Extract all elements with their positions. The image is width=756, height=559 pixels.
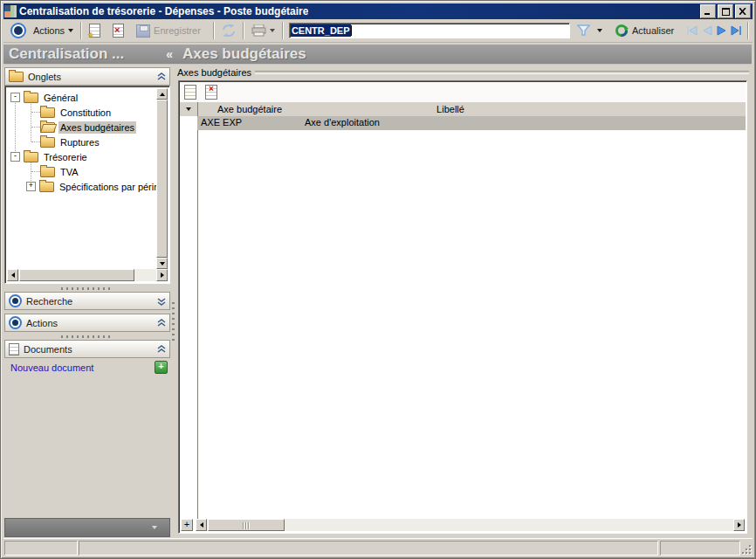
column-header-libelle[interactable]: Libellé [302,102,599,116]
tree-node-specifications[interactable]: + Spécifications par périmètre [26,179,156,194]
tree-collapse-icon[interactable]: - [10,152,20,162]
tree-node-general[interactable]: - Général [10,90,79,105]
folder-icon [40,107,55,118]
tree-node-constitution[interactable]: Constitution [40,105,113,120]
sidebar: Centralisation ... « Onglets - [3,42,174,540]
grid-horizontal-scrollbar[interactable] [196,519,745,531]
status-panel-left [4,541,78,556]
scrollbar-thumb[interactable] [19,269,134,281]
scroll-right-button[interactable] [733,519,745,531]
maximize-button[interactable] [718,4,733,18]
panel-recherche-header[interactable]: Recherche [4,292,170,310]
groupbox-label: Axes budgétaires [177,67,251,78]
main-content: Axes budgétaires Axes budgétaires × Axe … [175,42,753,538]
tree-vertical-scrollbar[interactable] [156,88,168,269]
sidebar-caption: Centralisation ... « [3,45,176,65]
close-button[interactable] [735,4,751,18]
text-caret [351,25,352,36]
document-icon [9,343,19,355]
save-label: Enregistrer [154,25,201,36]
first-record-button[interactable] [684,24,699,38]
chevron-double-up-icon[interactable] [157,72,166,81]
splitter-handle[interactable] [61,335,112,338]
target-icon [9,316,22,329]
tree-collapse-icon[interactable]: - [10,93,20,102]
tree-node-tresorerie[interactable]: - Trésorerie [10,149,89,164]
sidebar-caption-title: Centralisation ... [9,45,124,63]
resize-grip[interactable] [740,543,751,554]
toolbar-separator [747,22,749,39]
star-icon: ★ [87,31,94,39]
filter-button[interactable] [574,23,594,38]
print-button[interactable] [248,23,278,38]
grid-new-row-button[interactable] [184,85,196,100]
actions-dropdown-button[interactable]: Actions [30,24,77,38]
new-document-link[interactable]: Nouveau document [10,362,93,373]
folder-icon [9,72,24,82]
table-row[interactable]: AXE EXP Axe d'exploitation [180,116,746,130]
previous-record-button[interactable] [699,24,714,38]
panel-onglets-label: Onglets [28,72,61,82]
panel-documents-header[interactable]: Documents [4,340,170,358]
delete-document-icon: × [113,24,124,38]
scroll-left-button[interactable] [196,519,207,531]
save-button[interactable]: Enregistrer [133,23,204,39]
sync-icon [222,24,236,37]
next-record-button[interactable] [714,24,729,38]
tree-horizontal-scrollbar[interactable] [7,269,168,281]
tree-node-ruptures[interactable]: Ruptures [40,135,101,149]
red-x-icon: × [114,24,120,35]
scroll-right-button[interactable] [156,269,168,281]
red-x-icon: × [209,84,214,94]
input-selected-text: CENTR_DEP [291,24,351,37]
chevron-double-up-icon[interactable] [157,345,166,354]
selector-arrow-icon [186,107,191,111]
row-selector-header[interactable] [180,102,197,116]
refresh-data-button[interactable] [218,23,239,38]
chevron-double-down-icon[interactable] [157,297,166,306]
poste-budgetaire-input[interactable]: CENTR_DEP [289,23,570,38]
delete-record-button[interactable]: × [109,22,127,39]
folder-icon [40,137,55,148]
scrollbar-thumb[interactable] [208,519,285,531]
tree-node-tva[interactable]: TVA [40,164,80,179]
scroll-left-button[interactable] [7,269,18,281]
column-header-axe[interactable]: Axe budgétaire [197,102,302,116]
groupbox-header: Axes budgétaires [177,67,749,78]
grid-delete-row-button[interactable]: × [205,85,217,100]
filter-dropdown-button[interactable] [594,27,606,34]
scroll-down-button[interactable] [156,258,168,269]
status-panel-right [660,541,740,556]
status-panel-middle [79,541,658,556]
minimize-button[interactable] [700,4,716,18]
panel-actions-label: Actions [26,318,58,328]
scroll-up-button[interactable] [156,88,168,100]
chevron-double-up-icon[interactable] [157,319,166,328]
grid-add-button[interactable]: + [181,519,193,531]
panel-onglets-header[interactable]: Onglets [4,67,170,86]
app-menu-icon[interactable] [7,21,30,40]
add-document-button[interactable]: + [155,361,168,374]
main-caption-title: Axes budgétaires [182,45,306,63]
tree-node-axes-budgetaires[interactable]: Axes budgétaires [40,120,136,135]
panel-documents-label: Documents [24,344,72,355]
new-record-button[interactable]: ★ [86,22,104,39]
folder-icon [24,93,38,103]
scrollbar-thumb[interactable] [156,100,168,258]
panel-actions-header[interactable]: Actions [4,314,170,332]
tree-expand-icon[interactable]: + [26,182,36,191]
selector-column-line [197,102,198,519]
last-record-button[interactable] [729,24,744,38]
actualiser-label: Actualiser [632,25,674,36]
toolbar-separator [80,22,82,39]
sidebar-collapse-bar[interactable] [4,518,170,537]
splitter-handle[interactable] [61,287,112,290]
target-icon [10,23,26,38]
cell-libelle: Axe d'exploitation [305,117,380,128]
panel-recherche-label: Recherche [26,296,72,307]
onglets-treeview: - Général Constitution Axes budgétaires … [4,86,170,284]
actualiser-button[interactable]: Actualiser [611,22,677,39]
app-window: Centralisation de trésorerie - Dépenses … [0,0,756,559]
title-bar: Centralisation de trésorerie - Dépenses … [3,3,753,19]
toolbar-separator [213,22,215,39]
